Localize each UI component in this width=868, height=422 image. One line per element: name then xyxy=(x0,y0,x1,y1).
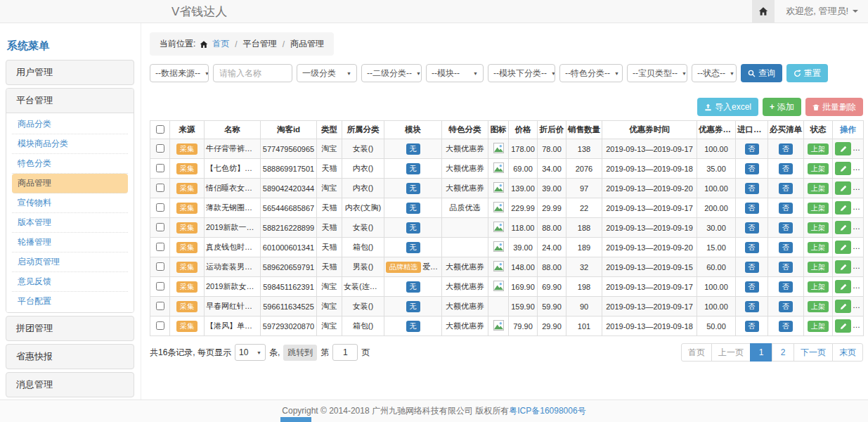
level1-category-select[interactable]: 一级分类 xyxy=(297,64,357,82)
sidebar-item-splash-mgmt[interactable]: 启动页管理 xyxy=(12,252,128,272)
sidebar-item-group-buy-mgmt[interactable]: 拼团管理 xyxy=(6,316,134,341)
row-checkbox[interactable] xyxy=(156,243,164,251)
import-select-badge[interactable]: 否 xyxy=(745,143,759,155)
import-select-badge[interactable]: 否 xyxy=(745,203,759,214)
data-source-select[interactable]: --数据来源-- xyxy=(150,64,209,82)
name-search-input[interactable] xyxy=(213,64,292,82)
sidebar-item-goods-mgmt[interactable]: 商品管理 xyxy=(12,174,128,193)
sidebar-item-carousel-mgmt[interactable]: 轮播管理 xyxy=(12,233,128,252)
edit-button[interactable] xyxy=(835,142,851,155)
import-select-badge[interactable]: 否 xyxy=(745,183,759,194)
sidebar-item-goods-category[interactable]: 商品分类 xyxy=(12,115,128,134)
module-select[interactable]: --模块-- xyxy=(426,64,484,82)
sidebar-item-promo-material[interactable]: 宣传物料 xyxy=(12,193,128,213)
sidebar-item-feature-category[interactable]: 特色分类 xyxy=(12,154,128,174)
discount-price: 88.00 xyxy=(538,257,566,277)
edit-button[interactable] xyxy=(835,221,851,234)
search-button[interactable]: 查询 xyxy=(741,64,782,82)
reset-button[interactable]: 重置 xyxy=(786,64,828,82)
feature-category-select[interactable]: --特色分类-- xyxy=(559,64,623,82)
sidebar-item-platform-mgmt[interactable]: 平台管理 xyxy=(6,89,134,113)
status-badge[interactable]: 上架 xyxy=(808,301,829,312)
import-select-badge[interactable]: 否 xyxy=(745,321,759,332)
import-select-badge[interactable]: 否 xyxy=(745,262,759,273)
pager-page-2[interactable]: 2 xyxy=(772,343,794,362)
import-select-badge[interactable]: 否 xyxy=(745,163,759,174)
pager-next[interactable]: 下一页 xyxy=(793,343,833,362)
must-buy-badge[interactable]: 否 xyxy=(779,262,793,273)
status-badge[interactable]: 上架 xyxy=(808,143,829,155)
item-type-select[interactable]: --宝贝类型-- xyxy=(627,64,687,82)
must-buy-badge[interactable]: 否 xyxy=(779,183,793,194)
taoke-id: 598451162391 xyxy=(261,277,317,297)
status-select[interactable]: --状态-- xyxy=(692,64,737,82)
select-all-checkbox[interactable] xyxy=(156,125,164,134)
must-buy-badge[interactable]: 否 xyxy=(779,301,793,312)
row-checkbox[interactable] xyxy=(156,184,164,192)
import-select-badge[interactable]: 否 xyxy=(745,222,759,234)
edit-button[interactable] xyxy=(835,162,851,175)
batch-delete-button[interactable]: 批量删除 xyxy=(805,98,863,116)
must-buy-badge[interactable]: 否 xyxy=(779,321,793,332)
per-page-select[interactable]: 10 xyxy=(235,344,266,361)
trash-icon xyxy=(812,103,820,111)
pager-prev[interactable]: 上一页 xyxy=(711,343,751,362)
edit-button[interactable] xyxy=(835,280,851,293)
edit-button[interactable] xyxy=(835,260,851,274)
add-button[interactable]: + 添加 xyxy=(763,98,801,116)
status-badge[interactable]: 上架 xyxy=(808,321,829,332)
status-badge[interactable]: 上架 xyxy=(808,262,829,273)
page-number-input[interactable] xyxy=(332,344,358,361)
sidebar-item-feedback[interactable]: 意见反馈 xyxy=(12,272,128,292)
status-badge[interactable]: 上架 xyxy=(808,281,829,293)
status-badge[interactable]: 上架 xyxy=(808,183,829,194)
sidebar-item-message-mgmt[interactable]: 消息管理 xyxy=(6,372,134,397)
sidebar-item-module-goods-category[interactable]: 模块商品分类 xyxy=(12,134,128,154)
level2-category-select[interactable]: --二级分类-- xyxy=(361,64,422,82)
must-buy-badge[interactable]: 否 xyxy=(779,163,793,174)
product-type: 淘宝 xyxy=(317,316,342,336)
edit-button[interactable] xyxy=(835,201,851,215)
home-button[interactable] xyxy=(752,0,775,23)
jump-to-button[interactable]: 跳转到 xyxy=(283,345,317,361)
pager-first[interactable]: 首页 xyxy=(681,343,712,362)
status-badge[interactable]: 上架 xyxy=(808,203,829,214)
row-checkbox[interactable] xyxy=(156,302,164,310)
sidebar-item-saving-news[interactable]: 省惠快报 xyxy=(6,344,134,369)
row-checkbox[interactable] xyxy=(156,144,164,153)
row-checkbox[interactable] xyxy=(156,203,164,212)
import-excel-button[interactable]: 导入excel xyxy=(697,98,758,116)
icp-link[interactable]: 粤ICP备16098006号 xyxy=(509,405,585,417)
table-row: 采集 运动套装男士卫衣初秋... 589620659791 天猫 男装() 品牌… xyxy=(150,257,864,277)
must-buy-badge[interactable]: 否 xyxy=(779,143,793,155)
must-buy-badge[interactable]: 否 xyxy=(779,281,793,293)
row-checkbox[interactable] xyxy=(156,262,164,271)
status-badge[interactable]: 上架 xyxy=(808,242,829,253)
row-checkbox[interactable] xyxy=(156,164,164,172)
sidebar-item-version-mgmt[interactable]: 版本管理 xyxy=(12,213,128,233)
edit-button[interactable] xyxy=(835,241,851,254)
must-buy-badge[interactable]: 否 xyxy=(779,222,793,234)
import-select-badge[interactable]: 否 xyxy=(745,281,759,293)
row-checkbox[interactable] xyxy=(156,321,164,330)
row-checkbox[interactable] xyxy=(156,282,164,290)
status-badge[interactable]: 上架 xyxy=(808,222,829,234)
must-buy-badge[interactable]: 否 xyxy=(779,203,793,214)
module-sub-category-select[interactable]: --模块下分类-- xyxy=(488,64,555,82)
must-buy-badge[interactable]: 否 xyxy=(779,242,793,253)
status-badge[interactable]: 上架 xyxy=(808,163,829,174)
breadcrumb-home-link[interactable]: 首页 xyxy=(212,38,229,50)
pager-last[interactable]: 末页 xyxy=(832,343,863,362)
edit-button[interactable] xyxy=(835,300,851,313)
import-select-badge[interactable]: 否 xyxy=(745,242,759,253)
sidebar-item-platform-config[interactable]: 平台配置 xyxy=(12,292,128,311)
user-menu[interactable]: 欢迎您, 管理员! xyxy=(775,5,868,18)
product-thumbnail-icon xyxy=(493,281,504,291)
taoke-id: 588869917501 xyxy=(261,159,317,179)
pager-page-1[interactable]: 1 xyxy=(750,343,772,362)
row-checkbox[interactable] xyxy=(156,223,164,231)
edit-button[interactable] xyxy=(835,319,851,333)
import-select-badge[interactable]: 否 xyxy=(745,301,759,312)
edit-button[interactable] xyxy=(835,181,851,195)
sidebar-item-user-mgmt[interactable]: 用户管理 xyxy=(6,60,134,85)
